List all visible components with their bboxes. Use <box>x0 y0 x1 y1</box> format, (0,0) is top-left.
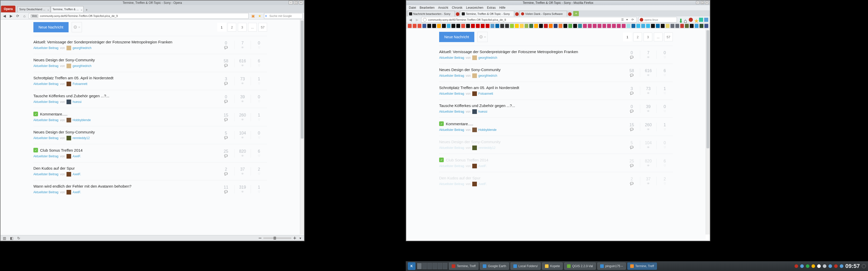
bookmark-item[interactable] <box>423 24 426 28</box>
bookmark-item[interactable] <box>607 24 611 28</box>
page-link[interactable]: 2 <box>633 33 642 41</box>
topic-row[interactable]: Den Kudos auf der Spur Aktuellster Beitr… <box>439 172 673 190</box>
opera-menu-button[interactable]: Opera <box>1 6 16 12</box>
bookmark-item[interactable] <box>413 24 416 28</box>
author-link[interactable]: Fotoannett <box>73 82 87 86</box>
bookmark-item[interactable] <box>481 24 485 28</box>
author-link[interactable]: rennteddy12 <box>73 136 90 140</box>
bookmark-item[interactable] <box>408 24 412 28</box>
menu-item[interactable]: Datei <box>409 6 416 9</box>
tray-icon[interactable] <box>811 264 815 268</box>
page-link[interactable]: ... <box>654 33 662 41</box>
bookmark-item[interactable] <box>495 24 499 28</box>
zoom-in-icon[interactable]: + <box>293 235 296 241</box>
latest-post-link[interactable]: Aktuellster Beitrag <box>33 155 58 158</box>
address-bar[interactable]: Web community.sony.de/t5/Termine-Treffen… <box>29 13 249 19</box>
home-button[interactable]: ⌂ <box>684 18 688 22</box>
bookmark-item[interactable] <box>622 24 626 28</box>
latest-post-link[interactable]: Aktuellster Beitrag <box>33 136 58 140</box>
browser-tab[interactable]: Termine, Treffen & Off-Topic - Sony <box>460 11 514 16</box>
taskbar-entry[interactable]: QGIS 2.2.0-Val <box>564 263 595 270</box>
latest-post-link[interactable]: Aktuellster Beitrag <box>439 164 464 168</box>
page-link[interactable]: 57 <box>258 23 267 32</box>
bookmark-item[interactable] <box>471 24 475 28</box>
zoom-slider-handle[interactable] <box>274 237 276 240</box>
zoom-dropdown-icon[interactable]: ▾ <box>298 236 303 240</box>
menu-item[interactable]: Chronik <box>452 6 462 9</box>
author-link[interactable]: georgfriedrich <box>478 74 497 77</box>
topic-title[interactable]: Schrottplatz Treffen am 05. April in Nor… <box>33 76 215 80</box>
taskbar-entry[interactable]: Termine, Treff <box>627 263 657 270</box>
topic-title[interactable]: ✓Kommentare..... <box>33 112 215 116</box>
author-link[interactable]: AxelF. <box>73 172 81 176</box>
bookmark-item[interactable] <box>675 24 679 28</box>
bookmark-item[interactable] <box>554 24 558 28</box>
minimize-button[interactable]: – <box>289 1 293 4</box>
address-bar[interactable]: community.sony.de/t5/Termine-Treffen-Off… <box>421 17 637 23</box>
bookmark-item[interactable] <box>578 24 582 28</box>
bookmark-item[interactable] <box>456 24 460 28</box>
bookmark-item[interactable] <box>641 24 645 28</box>
latest-post-link[interactable]: Aktuellster Beitrag <box>33 82 58 86</box>
browser-tab[interactable]: Nachricht beantworten - Sony <box>407 11 455 16</box>
desktop-3[interactable] <box>427 263 432 269</box>
bookmark-item[interactable] <box>534 24 538 28</box>
bookmark-item[interactable] <box>588 24 592 28</box>
topic-title[interactable]: Wann wird endlich der Fehler mit den Ava… <box>33 184 215 189</box>
author-link[interactable]: Hobbyblende <box>478 128 497 132</box>
topic-row[interactable]: Tausche Köfferkes und Zubehör gegen ...?… <box>439 100 673 117</box>
topic-title[interactable]: ✓Kommentare..... <box>439 122 621 126</box>
close-button[interactable]: × <box>705 1 709 4</box>
clock[interactable]: 09:57 <box>845 263 860 269</box>
reload-button[interactable]: ⟳ <box>16 13 20 18</box>
topic-title[interactable]: Neues Design der Sony-Community <box>439 67 621 72</box>
panel-cashew-icon[interactable] <box>862 264 866 268</box>
topic-row[interactable]: Neues Design der Sony-Community Aktuells… <box>439 136 673 154</box>
topic-title[interactable]: Aktuell: Vernissage der Sonderpreisträge… <box>33 40 215 44</box>
latest-post-link[interactable]: Aktuellster Beitrag <box>439 56 464 60</box>
taskbar-entry[interactable]: Kopete <box>542 263 563 270</box>
reader-icon[interactable]: ☰ <box>621 18 625 22</box>
topic-title[interactable]: ✓Club Sonus Treffen 2014 <box>439 158 621 162</box>
bookmark-item[interactable] <box>612 24 616 28</box>
new-message-button[interactable]: Neue Nachricht <box>439 32 474 42</box>
latest-post-link[interactable]: Aktuellster Beitrag <box>33 118 58 122</box>
topic-row[interactable]: ✓Kommentare..... Aktuellster Beitrag von… <box>33 108 267 126</box>
bookmark-item[interactable] <box>520 24 524 28</box>
bookmark-item[interactable] <box>680 24 684 28</box>
tray-icon[interactable] <box>817 264 821 268</box>
kickoff-launcher[interactable]: K <box>408 262 415 270</box>
bookmark-item[interactable] <box>505 24 509 28</box>
topic-title[interactable]: Neues Design der Sony-Community <box>33 130 215 134</box>
author-link[interactable]: AxelF. <box>478 164 487 168</box>
home-button[interactable]: ⌂ <box>22 13 27 18</box>
author-link[interactable]: huessi <box>478 110 488 113</box>
topic-title[interactable]: Neues Design der Sony-Community <box>33 58 215 62</box>
bookmark-item[interactable] <box>705 24 708 28</box>
author-link[interactable]: huessi <box>73 100 82 104</box>
taskbar-entry[interactable]: Termine, Treff <box>449 263 478 270</box>
topic-title[interactable]: Neues Design der Sony-Community <box>439 140 621 144</box>
bookmark-item[interactable] <box>491 24 494 28</box>
bookmark-item[interactable] <box>427 24 431 28</box>
new-tab-button[interactable]: + <box>573 11 579 16</box>
bookmark-item[interactable] <box>549 24 553 28</box>
page-link[interactable]: 2 <box>227 23 236 32</box>
author-link[interactable]: AxelF. <box>73 155 81 158</box>
dropdown-icon[interactable]: ▾ <box>626 18 630 22</box>
latest-post-link[interactable]: Aktuellster Beitrag <box>33 100 58 104</box>
tray-icon[interactable] <box>840 264 843 268</box>
search-field[interactable]: opera linux <box>639 17 677 23</box>
taskbar-entry[interactable]: pinguin175 – <box>597 263 626 270</box>
bookmark-item[interactable] <box>656 24 660 28</box>
extensions-icon[interactable]: ◧ <box>9 236 14 240</box>
desktop-1[interactable] <box>417 263 422 269</box>
bookmark-item[interactable] <box>651 24 655 28</box>
latest-post-link[interactable]: Aktuellster Beitrag <box>33 191 58 194</box>
author-link[interactable]: Fotoannett <box>478 92 493 96</box>
bookmark-item[interactable] <box>665 24 670 28</box>
menu-item[interactable]: Lesezeichen <box>466 6 483 9</box>
bookmark-item[interactable] <box>593 24 596 28</box>
topic-title[interactable]: Tausche Köfferkes und Zubehör gegen ...?… <box>33 94 215 98</box>
tray-icon[interactable] <box>795 264 798 268</box>
